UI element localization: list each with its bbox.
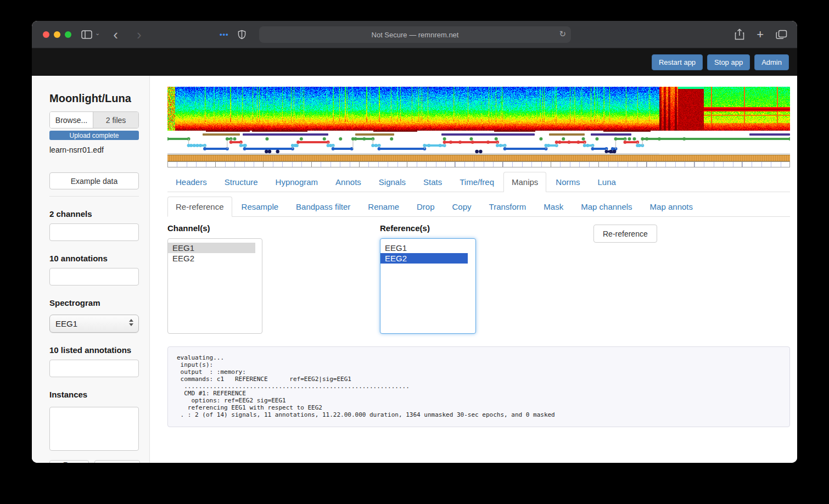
tab-mask[interactable]: Mask <box>535 197 572 217</box>
tab-re-reference[interactable]: Re-reference <box>167 197 232 217</box>
app-title: Moonlight/Luna <box>49 92 139 105</box>
url-text: Not Secure — remnrem.net <box>372 31 459 39</box>
browse-button[interactable]: Browse... <box>50 112 93 128</box>
extension-dots-icon[interactable]: ••• <box>220 30 229 38</box>
new-tab-icon[interactable]: + <box>757 29 764 41</box>
artifact-mark <box>494 131 535 132</box>
tab-headers[interactable]: Headers <box>167 172 215 192</box>
tab-norms[interactable]: Norms <box>547 172 588 192</box>
main-tabs: HeadersStructureHypnogramAnnotsSignalsSt… <box>167 172 790 192</box>
annotation-bar <box>203 133 240 136</box>
channels-count-label: 2 channels <box>49 209 139 219</box>
sidebar: Moonlight/Luna Browse... 2 files Upload … <box>32 76 150 463</box>
file-upload-group: Browse... 2 files <box>49 111 139 128</box>
tab-map-annots[interactable]: Map annots <box>642 197 701 217</box>
spectrogram-label: Spectrogram <box>49 298 139 307</box>
annotation-bar <box>355 133 394 136</box>
minimize-button[interactable] <box>54 31 60 38</box>
tab-annots[interactable]: Annots <box>327 172 369 192</box>
annotation-track <box>167 131 790 136</box>
timeline-baseline <box>167 154 790 155</box>
channels-filter-input[interactable] <box>49 223 139 241</box>
annotations-filter-input[interactable] <box>49 268 139 285</box>
tab-hypnogram[interactable]: Hypnogram <box>267 172 327 192</box>
traffic-lights <box>43 31 71 38</box>
select-stepper-icon <box>129 319 133 326</box>
manips-subtabs: Re-referenceResampleBandpass filterRenam… <box>167 197 790 217</box>
annotation-bar <box>441 133 535 136</box>
tab-stats[interactable]: Stats <box>415 172 450 192</box>
back-button[interactable]: ‹ <box>113 27 118 42</box>
forward-button[interactable]: › <box>137 27 142 42</box>
artifact-mark <box>603 131 651 132</box>
whole-night-overview <box>167 87 790 167</box>
spectrogram-channel-value: EEG1 <box>55 319 77 328</box>
hypnogram-plot <box>167 136 790 154</box>
refresh-button[interactable]: Refresh <box>94 460 140 463</box>
share-icon[interactable] <box>735 29 744 40</box>
artifact-mark <box>373 131 417 132</box>
annotation-bar <box>549 133 585 136</box>
artifact-mark <box>206 131 249 132</box>
zoom-button[interactable] <box>65 31 71 38</box>
rereference-panel: Channel(s) EEG1EEG2 Reference(s) EEG1EEG… <box>167 217 790 339</box>
tab-drop[interactable]: Drop <box>408 197 443 217</box>
tab-map-channels[interactable]: Map channels <box>573 197 640 217</box>
tab-manips[interactable]: Manips <box>503 172 546 192</box>
listed-annotations-input[interactable] <box>49 360 139 377</box>
tab-transform[interactable]: Transform <box>481 197 535 217</box>
shield-icon[interactable] <box>238 30 246 40</box>
spectrogram-channel-select[interactable]: EEG1 <box>49 315 139 333</box>
reepoch-button[interactable]: Re-epoch <box>49 460 89 463</box>
close-button[interactable] <box>43 31 49 38</box>
option-eeg2[interactable]: EEG2 <box>168 253 255 264</box>
spectrogram-plot <box>167 87 790 131</box>
tab-overview-icon[interactable] <box>776 30 787 40</box>
example-data-button[interactable]: Example data <box>49 172 139 189</box>
tab-resample[interactable]: Resample <box>233 197 287 217</box>
reload-icon[interactable]: ↻ <box>559 29 566 39</box>
console-text: evaluating... input(s): output : :memory… <box>177 354 781 418</box>
sidebar-toggle-icon <box>81 30 92 39</box>
channels-listbox[interactable]: EEG1EEG2 <box>167 238 262 334</box>
instances-listbox[interactable] <box>49 407 139 451</box>
annotation-bar <box>749 133 790 136</box>
references-listbox-label: Reference(s) <box>380 223 476 233</box>
stop-app-button[interactable]: Stop app <box>707 54 750 70</box>
references-listbox[interactable]: EEG1EEG2 <box>380 238 476 334</box>
url-bar[interactable]: Not Secure — remnrem.net ↻ <box>259 26 571 43</box>
luna-console-output: evaluating... input(s): output : :memory… <box>167 346 790 427</box>
artifact-mark <box>252 131 307 132</box>
rereference-button[interactable]: Re-reference <box>593 225 657 243</box>
upload-progress-bar: Upload complete <box>49 131 139 140</box>
tab-time-freq[interactable]: Time/freq <box>451 172 502 192</box>
option-eeg2[interactable]: EEG2 <box>380 253 468 264</box>
channels-listbox-label: Channel(s) <box>167 223 262 233</box>
annotation-bar <box>243 133 328 136</box>
tab-rename[interactable]: Rename <box>360 197 407 217</box>
loaded-filename: learn-nsrr01.edf <box>49 145 139 154</box>
app-header: Restart appStop appAdmin <box>32 48 797 76</box>
chevron-down-icon[interactable]: ⌄ <box>95 30 100 37</box>
annotation-bar <box>591 133 631 136</box>
files-count-badge: 2 files <box>93 112 138 128</box>
instances-label: Instances <box>49 390 139 399</box>
browser-toolbar: ⌄ ‹ › ••• Not Secure — remnrem.net ↻ + <box>32 21 797 48</box>
browser-window: ⌄ ‹ › ••• Not Secure — remnrem.net ↻ + <box>32 21 797 463</box>
main-content: HeadersStructureHypnogramAnnotsSignalsSt… <box>150 76 797 463</box>
tab-copy[interactable]: Copy <box>444 197 480 217</box>
tab-bandpass-filter[interactable]: Bandpass filter <box>288 197 359 217</box>
admin-button[interactable]: Admin <box>754 54 789 70</box>
annotations-count-label: 10 annotations <box>49 254 139 263</box>
tab-luna[interactable]: Luna <box>590 172 624 192</box>
restart-app-button[interactable]: Restart app <box>652 54 703 70</box>
sidebar-divider <box>49 196 139 197</box>
epoch-selector-band[interactable] <box>167 155 790 161</box>
tab-structure[interactable]: Structure <box>216 172 266 192</box>
time-axis-strip[interactable] <box>167 161 790 167</box>
listed-annotations-label: 10 listed annotations <box>49 345 139 355</box>
option-eeg1[interactable]: EEG1 <box>380 243 469 253</box>
tab-signals[interactable]: Signals <box>371 172 414 192</box>
sidebar-toggle-button[interactable]: ⌄ <box>81 30 100 39</box>
option-eeg1[interactable]: EEG1 <box>168 243 255 253</box>
